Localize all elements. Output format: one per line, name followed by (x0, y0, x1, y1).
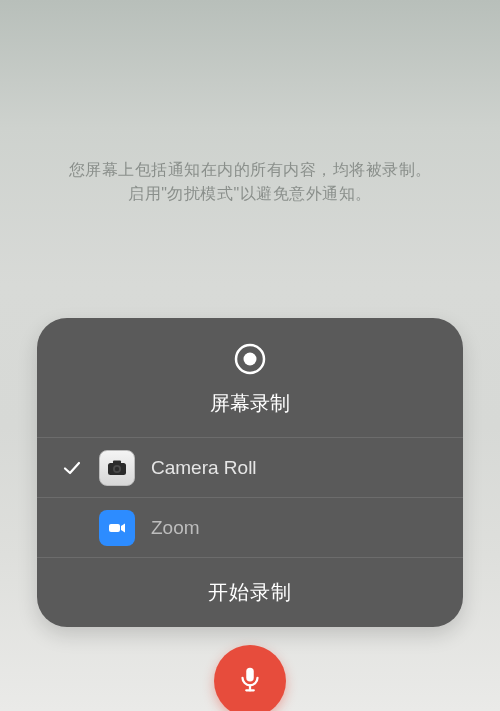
option-zoom[interactable]: Zoom (37, 497, 463, 557)
start-recording-button[interactable]: 开始录制 (37, 557, 463, 627)
camera-roll-app-icon (99, 450, 135, 486)
info-line-1: 您屏幕上包括通知在内的所有内容，均将被录制。 (0, 158, 500, 182)
option-camera-roll[interactable]: Camera Roll (37, 437, 463, 497)
info-line-2: 启用"勿扰模式"以避免意外通知。 (0, 182, 500, 206)
start-recording-label: 开始录制 (208, 579, 292, 606)
zoom-app-icon (99, 510, 135, 546)
option-label: Zoom (151, 517, 200, 539)
broadcast-target-list: Camera Roll Zoom (37, 437, 463, 557)
record-target-icon (233, 342, 267, 380)
microphone-icon (235, 664, 265, 698)
svg-rect-7 (246, 668, 254, 682)
svg-point-1 (244, 353, 257, 366)
panel-header: 屏幕录制 (37, 318, 463, 437)
svg-point-5 (115, 466, 119, 470)
panel-title: 屏幕录制 (210, 390, 290, 417)
option-label: Camera Roll (151, 457, 257, 479)
checkmark-icon (61, 458, 83, 478)
svg-rect-6 (109, 524, 120, 532)
svg-rect-3 (113, 460, 121, 464)
microphone-button[interactable] (214, 645, 286, 711)
recording-info-text: 您屏幕上包括通知在内的所有内容，均将被录制。 启用"勿扰模式"以避免意外通知。 (0, 158, 500, 206)
screen-recording-panel: 屏幕录制 Camera Roll (37, 318, 463, 627)
